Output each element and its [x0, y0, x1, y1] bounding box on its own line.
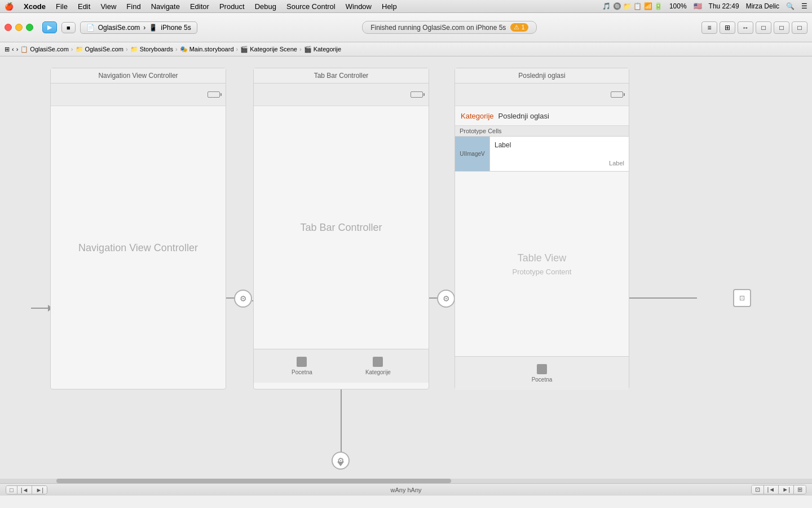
kat-battery-icon: [611, 91, 623, 98]
entry-arrow: [31, 305, 52, 312]
stop-button[interactable]: ■: [61, 22, 76, 33]
size-class-label: wAny hAny: [390, 487, 421, 493]
scheme-icon: 📄: [86, 24, 95, 32]
tab-kat-connector-circle[interactable]: ⚙: [437, 290, 455, 308]
scheme-selector[interactable]: 📄 OglasiSe.com › 📱 iPhone 5s: [80, 21, 197, 34]
menu-help[interactable]: Help: [382, 2, 397, 11]
menu-editor[interactable]: Editor: [190, 2, 209, 11]
menu-navigate[interactable]: Navigate: [151, 2, 180, 11]
search-icon[interactable]: 🔍: [786, 2, 795, 10]
seg-btn-3[interactable]: ►|: [32, 486, 47, 494]
editor-standard-button[interactable]: ≡: [701, 21, 717, 34]
tab-battery-icon: [411, 91, 423, 98]
kat-tab-pocetna-icon: [537, 364, 547, 374]
prototype-cells-header: Prototype Cells: [455, 126, 629, 137]
editor-version-button[interactable]: ↔: [738, 21, 753, 34]
kat-scene-inner: Kategorije Poslednji oglasi Prototype Ce…: [455, 84, 629, 390]
bc-item-4[interactable]: 🎭 Main.storyboard: [180, 46, 234, 53]
seg-btn-2[interactable]: |◄: [17, 486, 33, 494]
nav-scene-inner: Navigation View Controller: [51, 84, 226, 390]
bc-item-3[interactable]: 📁 Storyboards: [130, 46, 173, 53]
scene-icon: 🎬: [240, 46, 248, 53]
table-view-label: Table View: [518, 252, 567, 264]
cell-content: Label Label: [490, 137, 629, 171]
exit-segue-icon[interactable]: ⊡: [733, 289, 751, 307]
nav-tab-connector-circle[interactable]: ⚙: [234, 290, 252, 308]
menu-debug[interactable]: Debug: [255, 2, 276, 11]
kategorije-scene: Poslednji oglasi Kategorije Poslednji og…: [454, 68, 629, 389]
breadcrumb-grid-icon[interactable]: ⊞: [5, 46, 10, 53]
nav-content-label: Navigation View Controller: [51, 106, 226, 390]
horizontal-scrollbar[interactable]: [0, 479, 812, 483]
kat-nav-bar: [455, 84, 629, 106]
list-icon[interactable]: ☰: [801, 2, 807, 10]
warning-badge[interactable]: ⚠ 1: [510, 23, 528, 32]
menu-battery-text: 100%: [669, 2, 687, 10]
view-segmented-control[interactable]: □ |◄ ►|: [6, 485, 47, 494]
menu-window[interactable]: Window: [346, 2, 372, 11]
zoom-out-btn[interactable]: ►|: [779, 485, 794, 494]
menu-time: Thu 22:49: [709, 2, 739, 10]
apple-menu[interactable]: 🍎: [5, 2, 14, 11]
menu-product[interactable]: Product: [219, 2, 245, 11]
kat-tab-item-pocetna[interactable]: Pocetna: [532, 364, 553, 383]
folder-icon-1: 📁: [76, 46, 83, 53]
zoom-fit-btn[interactable]: ⊡: [752, 485, 764, 494]
prototype-cell-row[interactable]: UIImageV Label Label: [455, 137, 629, 172]
bc-item-5[interactable]: 🎬 Kategorije Scene: [240, 46, 297, 53]
bc-sep-1: ›: [71, 46, 73, 52]
fullscreen-button[interactable]: [26, 24, 33, 31]
run-button[interactable]: ▶: [42, 21, 57, 33]
menu-file[interactable]: File: [56, 2, 68, 11]
kat-title-orange[interactable]: Kategorije: [461, 112, 494, 120]
nav-scene-title: Navigation View Controller: [51, 68, 226, 84]
kat-tab-pocetna-label: Pocetna: [532, 376, 553, 383]
tab-scene-inner: Tab Bar Controller Pocetna Kategorije: [254, 84, 429, 390]
breadcrumb-forward-icon[interactable]: ›: [16, 46, 19, 52]
menu-bar: 🍎 Xcode File Edit View Find Navigate Edi…: [0, 0, 812, 13]
zoom-in-btn[interactable]: |◄: [764, 485, 779, 494]
seg-btn-1[interactable]: □: [6, 486, 17, 494]
device-icon: 📱: [149, 24, 157, 32]
tab-item-pocetna[interactable]: Pocetna: [292, 357, 312, 375]
chevron-right-icon: ›: [143, 24, 145, 32]
zoom-level-btn[interactable]: ⊞: [794, 485, 806, 494]
canvas-area[interactable]: Navigation View Controller Navigation Vi…: [0, 56, 812, 496]
breadcrumb-back-icon[interactable]: ‹: [12, 46, 14, 52]
tab-status-bar: [254, 84, 429, 106]
bc-sep-4: ›: [236, 46, 239, 52]
editor-assistant-button[interactable]: ⊞: [720, 21, 735, 34]
bc-sep-5: ›: [299, 46, 302, 52]
cell-label-bottom: Label: [495, 160, 624, 167]
tab-pocetna-icon: [297, 357, 307, 367]
zoom-segmented-control[interactable]: ⊡ |◄ ►| ⊞: [751, 485, 807, 494]
folder-icon-2: 📁: [130, 46, 138, 53]
kat-tab-bar: Pocetna: [455, 356, 629, 390]
menu-xcode[interactable]: Xcode: [24, 2, 46, 11]
tab-item-kategorije[interactable]: Kategorije: [365, 357, 391, 375]
navigator-toggle[interactable]: □: [756, 21, 771, 34]
vertical-connector-circle[interactable]: ⚙: [332, 452, 350, 470]
scrollbar-thumb[interactable]: [56, 479, 451, 483]
bottom-left-controls: □ |◄ ►|: [6, 485, 47, 494]
cell-image: UIImageV: [455, 137, 490, 171]
tab-content-label: Tab Bar Controller: [254, 106, 429, 349]
scheme-name: OglasiSe.com: [98, 24, 140, 32]
menu-source-control[interactable]: Source Control: [286, 2, 336, 11]
menu-flag: 🇺🇸: [694, 2, 702, 10]
device-name: iPhone 5s: [161, 24, 191, 32]
minimize-button[interactable]: [15, 24, 23, 31]
cell-label-top: Label: [495, 141, 624, 149]
menu-edit[interactable]: Edit: [78, 2, 90, 11]
breadcrumb: ⊞ ‹ › 📋 OglasiSe.com › 📁 OglasiSe.com › …: [0, 42, 812, 56]
bc-item-6[interactable]: 🎬 Kategorije: [304, 46, 342, 53]
bc-item-1[interactable]: 📋 OglasiSe.com: [20, 46, 68, 53]
inspector-toggle[interactable]: □: [792, 21, 807, 34]
close-button[interactable]: [5, 24, 12, 31]
tab-kategorije-icon: [373, 357, 383, 367]
debug-toggle[interactable]: □: [774, 21, 789, 34]
menu-view[interactable]: View: [100, 2, 116, 11]
menu-find[interactable]: Find: [126, 2, 140, 11]
bc-item-2[interactable]: 📁 OglasiSe.com: [76, 46, 123, 53]
tab-pocetna-label: Pocetna: [292, 369, 312, 375]
